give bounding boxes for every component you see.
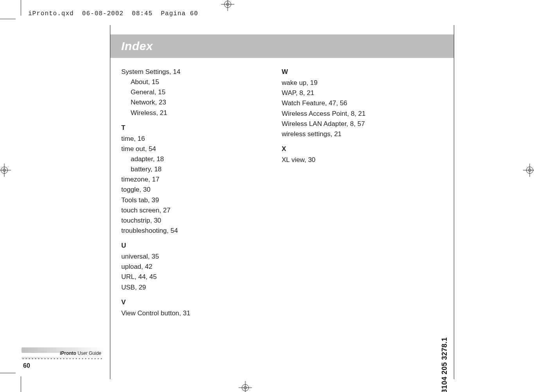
index-group-U: universal, 35upload, 42URL, 44, 45USB, 2… [121, 252, 239, 292]
badge-product: iPronto [60, 351, 76, 356]
index-entry: WAP, 8, 21 [282, 88, 399, 98]
index-entry: XL view, 30 [282, 155, 399, 165]
file-stamp: iPronto.qxd 06-08-2002 08:45 Pagina 60 [28, 10, 198, 17]
crop-mark [21, 0, 21, 16]
trim-rule-left [110, 25, 110, 379]
index-letter-X: X [282, 144, 399, 154]
index-entry: System Settings, 14 [121, 67, 239, 77]
index-group-W: wake up, 19WAP, 8, 21Watch Feature, 47, … [282, 78, 399, 139]
index-letter-W: W [282, 67, 399, 77]
registration-mark-top [221, 0, 234, 11]
page-badge: iPronto User Guide 60 [22, 347, 104, 369]
index-entry: URL, 44, 45 [121, 272, 239, 282]
index-entry: time, 16 [121, 134, 239, 144]
index-group-continued: System Settings, 14About, 15General, 15N… [121, 67, 239, 118]
index-group-V: View Control button, 31 [121, 309, 239, 318]
index-letter-T: T [121, 123, 239, 133]
trim-rule-right [454, 25, 454, 379]
registration-mark-bottom [239, 381, 252, 392]
index-entry: touchstrip, 30 [121, 216, 239, 225]
index-entry: Tools tab, 39 [121, 196, 239, 205]
index-entry: About, 15 [121, 77, 239, 87]
index-entry: timezone, 17 [121, 175, 239, 184]
index-letter-U: U [121, 241, 239, 250]
index-entry: adapter, 18 [121, 155, 239, 164]
crop-mark [0, 19, 16, 19]
badge-label: iPronto User Guide [22, 351, 104, 356]
index-entry: USB, 29 [121, 283, 239, 292]
index-entry: touch screen, 27 [121, 206, 239, 215]
registration-mark-right [523, 164, 534, 177]
index-entry: time out, 54 [121, 144, 239, 154]
index-entry: Network, 23 [121, 98, 239, 107]
index-entry: toggle, 30 [121, 185, 239, 194]
index-group-X: XL view, 30 [282, 155, 399, 165]
index-col-2: W wake up, 19WAP, 8, 21Watch Feature, 47… [282, 67, 399, 319]
badge-guide: User Guide [77, 351, 101, 356]
page-number: 60 [22, 362, 104, 369]
crop-mark [21, 376, 21, 392]
index-entry: upload, 42 [121, 262, 239, 272]
index-entry: General, 15 [121, 88, 239, 97]
badge-dots [22, 357, 104, 359]
index-columns: System Settings, 14About, 15General, 15N… [121, 67, 434, 319]
index-entry: wireless settings, 21 [282, 129, 399, 139]
index-entry: troubleshooting, 54 [121, 226, 239, 236]
index-entry: universal, 35 [121, 252, 239, 261]
index-entry: wake up, 19 [282, 78, 399, 88]
index-col-1: System Settings, 14About, 15General, 15N… [121, 67, 239, 319]
index-entry: View Control button, 31 [121, 309, 239, 318]
index-entry: Watch Feature, 47, 56 [282, 99, 399, 108]
section-title-band: Index [110, 34, 454, 58]
spine-code: 3104 205 3278.1 [441, 337, 449, 392]
section-title: Index [121, 40, 153, 53]
index-letter-V: V [121, 298, 239, 307]
index-group-T: time, 16time out, 54adapter, 18battery, … [121, 134, 239, 236]
crop-mark [0, 373, 16, 373]
index-entry: Wireless LAN Adapter, 8, 57 [282, 119, 399, 129]
index-entry: Wireless Access Point, 8, 21 [282, 109, 399, 119]
registration-mark-left [0, 164, 11, 177]
index-entry: battery, 18 [121, 165, 239, 174]
index-entry: Wireless, 21 [121, 108, 239, 118]
